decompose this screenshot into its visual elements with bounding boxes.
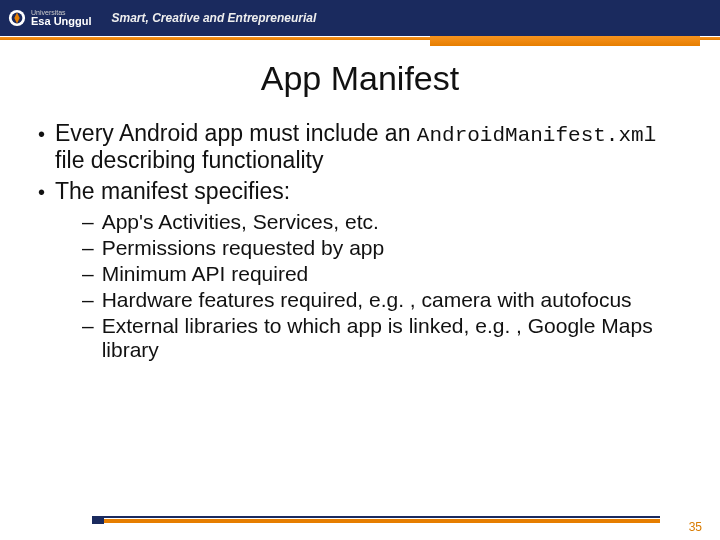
sub-dash: –: [82, 262, 94, 286]
slide-title: App Manifest: [0, 59, 720, 98]
sub-dash: –: [82, 210, 94, 234]
slide-number: 35: [689, 520, 702, 534]
sub-item: – App's Activities, Services, etc.: [82, 210, 682, 234]
bullet-dot: •: [38, 120, 45, 174]
sub-text: External libraries to which app is linke…: [102, 314, 682, 362]
sub-text: App's Activities, Services, etc.: [102, 210, 682, 234]
tagline: Smart, Creative and Entrepreneurial: [112, 11, 317, 25]
logo-name: Esa Unggul: [31, 16, 92, 27]
sub-text: Minimum API required: [102, 262, 682, 286]
bullet-item: • Every Android app must include an Andr…: [38, 120, 682, 174]
code-segment: AndroidManifest.xml: [417, 124, 656, 147]
bullet-item: • The manifest specifies:: [38, 178, 682, 206]
bullet-dot: •: [38, 178, 45, 206]
header-tab: [430, 36, 700, 46]
logo: Universitas Esa Unggul: [8, 9, 92, 27]
footer-divider: [92, 516, 660, 523]
sub-item: – Minimum API required: [82, 262, 682, 286]
sub-dash: –: [82, 236, 94, 260]
sub-item: – Permissions requested by app: [82, 236, 682, 260]
bullet-text: The manifest specifies:: [55, 178, 682, 206]
sub-text: Permissions requested by app: [102, 236, 682, 260]
sub-text: Hardware features required, e.g. , camer…: [102, 288, 682, 312]
slide-content: • Every Android app must include an Andr…: [0, 120, 720, 362]
sub-item: – External libraries to which app is lin…: [82, 314, 682, 362]
sub-item: – Hardware features required, e.g. , cam…: [82, 288, 682, 312]
header-bar: Universitas Esa Unggul Smart, Creative a…: [0, 0, 720, 36]
footer: [0, 516, 720, 532]
sub-dash: –: [82, 314, 94, 362]
bullet-text: Every Android app must include an Androi…: [55, 120, 682, 174]
sub-list: – App's Activities, Services, etc. – Per…: [38, 210, 682, 362]
text-segment: file describing functionality: [55, 147, 323, 173]
sub-dash: –: [82, 288, 94, 312]
logo-icon: [8, 9, 26, 27]
text-segment: Every Android app must include an: [55, 120, 417, 146]
